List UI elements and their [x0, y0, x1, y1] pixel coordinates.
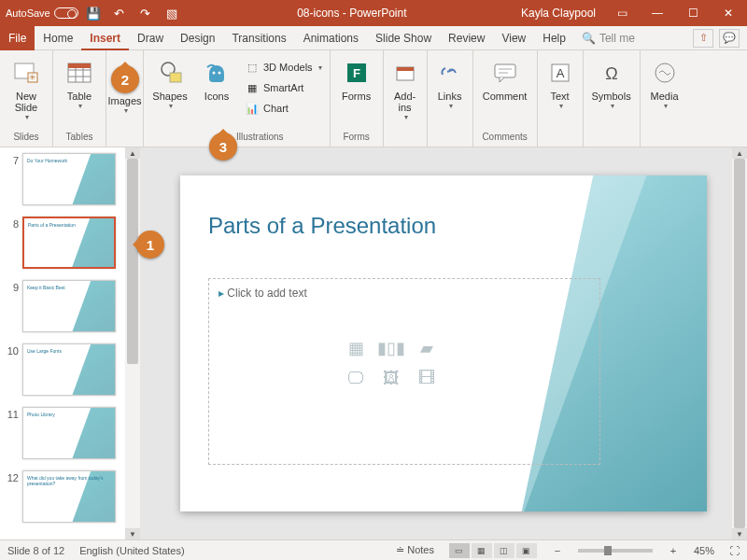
- normal-view-button[interactable]: ▭: [449, 543, 470, 558]
- slide-thumbnail[interactable]: 7 Do Your Homework: [6, 153, 123, 205]
- scroll-down-icon[interactable]: ▼: [125, 528, 140, 539]
- group-label-forms: Forms: [343, 132, 369, 145]
- start-slideshow-icon[interactable]: ▧: [161, 2, 183, 24]
- icons-button[interactable]: Icons: [196, 54, 237, 102]
- slide-number: 9: [6, 280, 19, 293]
- tab-animations[interactable]: Animations: [295, 26, 367, 50]
- zoom-out-button[interactable]: −: [552, 545, 563, 556]
- forms-button[interactable]: F Forms: [336, 54, 377, 102]
- chart-button[interactable]: 📊 Chart: [243, 99, 324, 118]
- tab-insert[interactable]: Insert: [81, 26, 129, 50]
- comment-button[interactable]: Comment: [479, 54, 531, 102]
- content-placeholder[interactable]: Click to add text ▦ ▮▯▮ ▰ 🖵 🖼 🎞: [208, 278, 600, 465]
- scrollbar-thumb[interactable]: [734, 159, 745, 528]
- chevron-down-icon: ▾: [559, 102, 563, 110]
- group-tables: Table ▾ Tables: [53, 50, 106, 147]
- minimize-button[interactable]: —: [641, 0, 674, 26]
- tab-review[interactable]: Review: [440, 26, 493, 50]
- slideshow-view-button[interactable]: ▣: [516, 543, 537, 558]
- ribbon-display-options-icon[interactable]: ▭: [605, 0, 639, 26]
- new-slide-button[interactable]: ✳ New Slide ▾: [6, 54, 47, 121]
- media-button[interactable]: Media ▾: [646, 54, 684, 110]
- insert-table-icon[interactable]: ▦: [340, 335, 372, 361]
- svg-text:F: F: [353, 66, 360, 80]
- scroll-up-icon[interactable]: ▲: [125, 147, 140, 159]
- maximize-button[interactable]: ☐: [676, 0, 710, 26]
- forms-label: Forms: [342, 91, 371, 102]
- slide-thumbnails-panel: 7 Do Your Homework 8 Parts of a Presenta…: [0, 147, 140, 539]
- thumbnail-preview: What did you take away from today's pres…: [22, 470, 116, 523]
- tab-file[interactable]: File: [0, 26, 35, 50]
- insert-smartart-icon[interactable]: ▰: [411, 335, 443, 361]
- slide-number: 8: [6, 217, 19, 230]
- chevron-down-icon: ▾: [78, 102, 82, 110]
- redo-icon[interactable]: ↷: [134, 2, 157, 24]
- language[interactable]: English (United States): [79, 545, 185, 556]
- undo-icon[interactable]: ↶: [108, 2, 131, 24]
- 3d-models-button[interactable]: ⬚ 3D Models ▾: [243, 58, 324, 77]
- addins-icon: [390, 58, 420, 88]
- thumbnail-preview: Photo Library: [22, 407, 116, 459]
- close-button[interactable]: ✕: [712, 0, 745, 26]
- tellme-search[interactable]: 🔍 Tell me: [582, 32, 635, 45]
- slide-thumbnail[interactable]: 8 Parts of a Presentation: [6, 217, 123, 269]
- addins-button[interactable]: Add- ins ▾: [389, 54, 421, 121]
- slide-thumbnail[interactable]: 12 What did you take away from today's p…: [6, 470, 123, 523]
- svg-point-11: [213, 72, 216, 75]
- tab-home[interactable]: Home: [35, 26, 81, 50]
- thumbnails-scrollbar[interactable]: ▲ ▼: [125, 147, 140, 539]
- symbols-button[interactable]: Ω Symbols ▾: [589, 54, 634, 110]
- reading-view-button[interactable]: ◫: [494, 543, 514, 558]
- links-button[interactable]: Links ▾: [433, 54, 467, 110]
- share-button[interactable]: ⇧: [693, 29, 713, 48]
- shapes-button[interactable]: Shapes ▾: [149, 54, 190, 110]
- editor-scrollbar[interactable]: ▲ ▼: [732, 147, 747, 539]
- user-name[interactable]: Kayla Claypool: [521, 7, 596, 20]
- slide-position[interactable]: Slide 8 of 12: [7, 545, 64, 556]
- svg-rect-16: [397, 67, 414, 71]
- slide-thumbnail[interactable]: 10 Use Large Fonts: [6, 343, 123, 396]
- tab-design[interactable]: Design: [172, 26, 223, 50]
- svg-rect-10: [170, 73, 181, 82]
- view-switcher: ▭ ▦ ◫ ▣: [449, 543, 537, 558]
- save-icon[interactable]: 💾: [82, 2, 105, 24]
- autosave-toggle[interactable]: AutoSave: [6, 7, 78, 19]
- slide-canvas[interactable]: Parts of a Presentation Click to add tex…: [180, 175, 707, 511]
- fit-to-window-button[interactable]: ⛶: [729, 545, 740, 556]
- zoom-level[interactable]: 45%: [694, 545, 714, 556]
- 3d-models-label: 3D Models: [263, 62, 313, 73]
- insert-online-picture-icon[interactable]: 🖼: [375, 365, 407, 391]
- group-forms: F Forms Forms: [331, 50, 384, 147]
- insert-video-icon[interactable]: 🎞: [411, 365, 443, 391]
- tab-draw[interactable]: Draw: [129, 26, 172, 50]
- tab-view[interactable]: View: [493, 26, 534, 50]
- insert-chart-icon[interactable]: ▮▯▮: [375, 335, 407, 361]
- comment-icon: [490, 58, 520, 88]
- zoom-knob[interactable]: [604, 546, 612, 555]
- new-slide-icon: ✳: [11, 58, 41, 88]
- text-button[interactable]: A Text ▾: [543, 54, 577, 110]
- table-button[interactable]: Table ▾: [59, 54, 100, 110]
- icons-icon: [202, 58, 232, 88]
- scroll-down-icon[interactable]: ▼: [732, 528, 747, 539]
- zoom-in-button[interactable]: +: [668, 545, 679, 556]
- zoom-slider[interactable]: [578, 549, 653, 553]
- ribbon: ✳ New Slide ▾ Slides Table ▾ Tables Imag…: [0, 50, 747, 147]
- svg-text:Ω: Ω: [605, 64, 617, 83]
- slide-thumbnail[interactable]: 11 Photo Library: [6, 407, 123, 459]
- insert-picture-icon[interactable]: 🖵: [340, 365, 372, 391]
- scrollbar-thumb[interactable]: [127, 159, 138, 364]
- tab-transitions[interactable]: Transitions: [223, 26, 294, 50]
- group-slides: ✳ New Slide ▾ Slides: [0, 50, 53, 147]
- group-illustrations: Shapes ▾ Icons ⬚ 3D Models ▾ ▦ SmartArt …: [144, 50, 331, 147]
- tab-slideshow[interactable]: Slide Show: [367, 26, 440, 50]
- smartart-button[interactable]: ▦ SmartArt: [243, 78, 324, 97]
- slide-title[interactable]: Parts of a Presentation: [208, 213, 436, 239]
- text-icon: A: [545, 58, 575, 88]
- sorter-view-button[interactable]: ▦: [472, 543, 492, 558]
- comments-button[interactable]: 💬: [719, 29, 740, 48]
- tab-help[interactable]: Help: [534, 26, 574, 50]
- scroll-up-icon[interactable]: ▲: [732, 147, 747, 159]
- notes-button[interactable]: ≐ Notes: [396, 544, 434, 556]
- slide-thumbnail[interactable]: 9 Keep it Basic Best: [6, 280, 123, 332]
